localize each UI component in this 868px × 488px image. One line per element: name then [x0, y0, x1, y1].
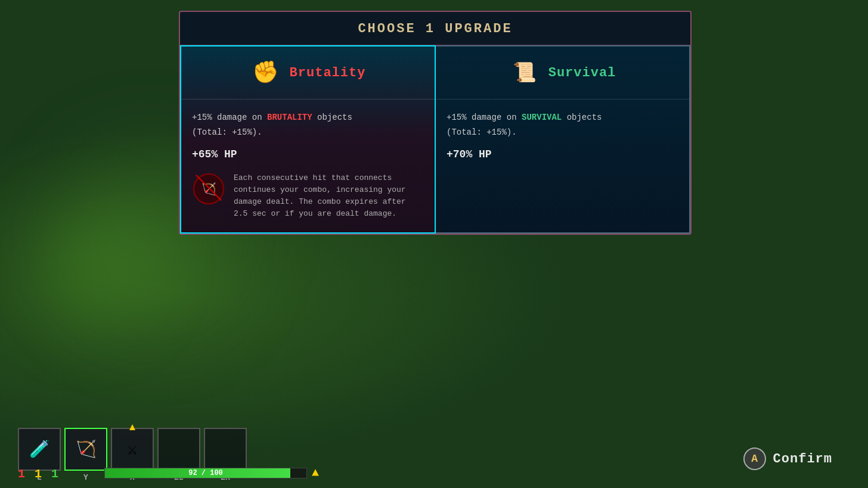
ability-description: Each consecutive hit that connects conti… [234, 172, 424, 220]
stat-red: 1 [18, 467, 25, 481]
brutality-hp-stat: +65% HP [192, 148, 424, 160]
survival-total-stat: (Total: +15%). [447, 126, 678, 139]
survival-damage-stat: +15% damage on SURVIVAL objects [447, 111, 678, 124]
cards-container: ✊ Brutality +15% damage on BRUTALITY obj… [180, 45, 690, 234]
confirm-key-circle: A [743, 447, 766, 470]
survival-hp-stat: +70% HP [447, 148, 678, 160]
hotbar-key-1: Y [83, 473, 88, 482]
hotbar-item-3[interactable] [157, 428, 200, 471]
hotbar-item-2[interactable]: ⚔️ [111, 428, 154, 471]
card-survival-body: +15% damage on SURVIVAL objects (Total: … [436, 100, 689, 184]
stat-counters: 1 1 1 [18, 467, 58, 481]
no-symbol-overlay [192, 172, 225, 206]
survival-keyword: SURVIVAL [522, 113, 562, 122]
hotbar-icon-0: 🧪 [29, 439, 50, 459]
brutality-damage-stat: +15% damage on BRUTALITY objects [192, 111, 424, 124]
hotbar-icon-1: 🏹 [76, 439, 97, 459]
survival-damage-suffix: objects [562, 113, 602, 122]
hp-text: 92 / 100 [188, 469, 223, 477]
brutality-icon: ✊ [250, 57, 281, 88]
upgrade-dialog: CHOOSE 1 UPGRADE ✊ Brutality +15% damage… [179, 11, 692, 235]
brutality-ability-row: 🏹 Each consecutive hit that connects con… [192, 172, 424, 220]
hotbar-item-0[interactable]: 🧪 [18, 428, 61, 471]
hotbar-item-4[interactable] [204, 428, 247, 471]
hotbar-icon-2: ⚔️ [128, 439, 138, 459]
hotbar-slot-1: 🏹 Y [64, 428, 107, 482]
card-brutality-header: ✊ Brutality [181, 46, 435, 100]
card-brutality-body: +15% damage on BRUTALITY objects (Total:… [181, 100, 435, 232]
brutality-total-stat: (Total: +15%). [192, 126, 424, 139]
brutality-title: Brutality [290, 66, 366, 80]
stat-green: 1 [51, 467, 58, 481]
brutality-keyword: BRUTALITY [267, 113, 312, 122]
survival-damage-prefix: +15% damage on [447, 113, 522, 122]
card-brutality[interactable]: ✊ Brutality +15% damage on BRUTALITY obj… [180, 45, 436, 234]
gold-pip [129, 424, 135, 430]
hp-bar-bg: 92 / 100 [104, 468, 307, 478]
survival-icon: 📜 [509, 57, 540, 88]
survival-title: Survival [548, 66, 616, 80]
brutality-damage-prefix: +15% damage on [192, 113, 267, 122]
hp-icon: ▲ [312, 466, 319, 480]
ability-crossbow-icon: 🏹 [192, 172, 225, 206]
stat-yellow: 1 [35, 467, 42, 481]
hotbar-item-1[interactable]: 🏹 [64, 428, 107, 471]
dialog-title: CHOOSE 1 UPGRADE [180, 12, 690, 45]
confirm-key-label: A [751, 453, 758, 465]
confirm-label: Confirm [773, 452, 832, 467]
hp-bar-container: 92 / 100 ▲ [104, 466, 319, 480]
brutality-damage-suffix: objects [312, 113, 352, 122]
card-survival[interactable]: 📜 Survival +15% damage on SURVIVAL objec… [436, 45, 690, 234]
card-survival-header: 📜 Survival [436, 46, 689, 100]
confirm-button[interactable]: A Confirm [743, 447, 832, 470]
